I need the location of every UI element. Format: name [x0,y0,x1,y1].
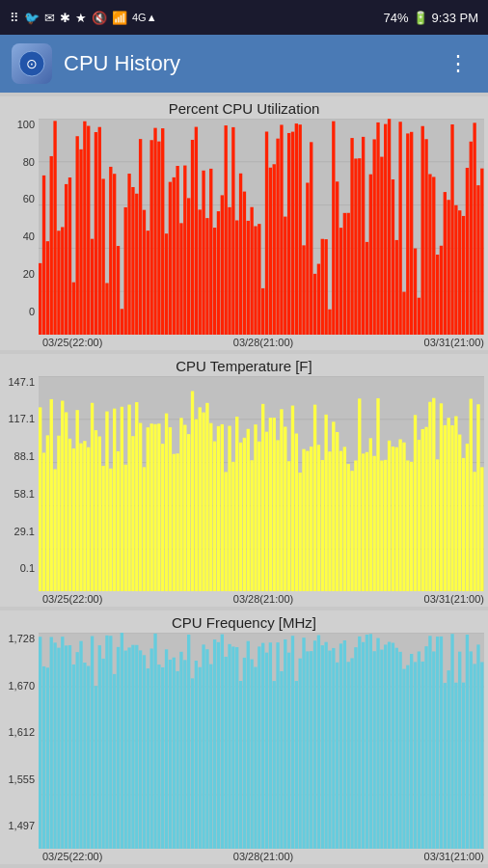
wifi-icon: 📶 [112,11,127,25]
cpu-frequency-x-axis: 03/25(22:00) 03/28(21:00) 03/31(21:00) [0,849,488,862]
main-content: Percent CPU Utilization 100 80 60 40 20 … [0,93,488,868]
cpu-temperature-y-axis: 147.1 117.1 88.1 58.1 29.1 0.1 [0,376,39,592]
cpu-utilization-area: 100 80 60 40 20 0 [0,119,488,335]
email-icon: ✉ [44,11,55,25]
cpu-temperature-plot [39,376,484,592]
clock: 9:33 PM [432,11,478,25]
menu-dots-icon: ⠿ [10,11,19,25]
status-bar: ⠿ 🐦 ✉ ✱ ★ 🔇 📶 4G▲ 74% 🔋 9:33 PM [0,0,488,35]
status-left-icons: ⠿ 🐦 ✉ ✱ ★ 🔇 📶 4G▲ [10,11,157,25]
cpu-temperature-area: 147.1 117.1 88.1 58.1 29.1 0.1 [0,376,488,592]
cpu-frequency-plot [39,633,484,849]
cpu-temperature-x-axis: 03/25(22:00) 03/28(21:00) 03/31(21:00) [0,591,488,605]
cpu-utilization-title: Percent CPU Utilization [0,100,488,117]
cpu-frequency-title: CPU Frequency [MHz] [0,614,488,631]
cpu-utilization-plot [39,119,484,335]
app-icon: ⊙ [12,43,52,84]
app-bar: ⊙ CPU History ⋮ [0,35,488,93]
page-title: CPU History [64,51,428,76]
status-right-info: 74% 🔋 9:33 PM [384,11,478,25]
twitter-icon: 🐦 [24,11,40,25]
star-icon: ★ [75,11,87,25]
signal-icon: 4G▲ [132,12,157,23]
cpu-utilization-chart: Percent CPU Utilization 100 80 60 40 20 … [0,96,488,350]
battery-level: 74% [384,11,409,25]
bluetooth-icon: ✱ [60,11,70,25]
battery-icon: 🔋 [413,11,428,25]
cpu-utilization-x-axis: 03/25(22:00) 03/28(21:00) 03/31(21:00) [0,335,488,348]
svg-text:⊙: ⊙ [26,56,38,71]
mute-icon: 🔇 [92,11,107,25]
cpu-frequency-area: 1,728 1,670 1,612 1,555 1,497 [0,633,488,849]
cpu-temperature-chart: CPU Temperature [F] 147.1 117.1 88.1 58.… [0,354,488,608]
cpu-frequency-y-axis: 1,728 1,670 1,612 1,555 1,497 [0,633,39,849]
cpu-frequency-chart: CPU Frequency [MHz] 1,728 1,670 1,612 1,… [0,610,488,864]
cpu-utilization-y-axis: 100 80 60 40 20 0 [0,119,39,335]
cpu-temperature-title: CPU Temperature [F] [0,358,488,374]
overflow-menu-icon[interactable]: ⋮ [440,43,476,84]
